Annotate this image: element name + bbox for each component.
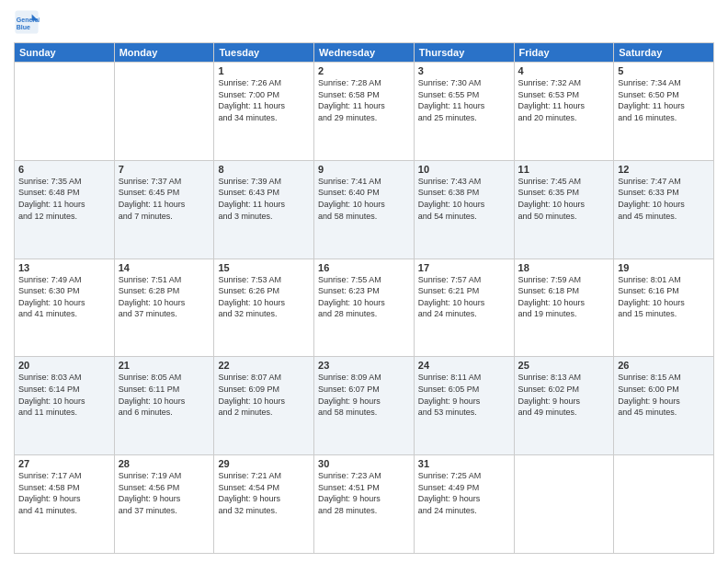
day-info: Sunrise: 7:51 AM Sunset: 6:28 PM Dayligh… bbox=[119, 274, 210, 320]
header-row: SundayMondayTuesdayWednesdayThursdayFrid… bbox=[15, 43, 714, 63]
col-header-saturday: Saturday bbox=[614, 43, 714, 63]
day-number: 22 bbox=[218, 360, 310, 371]
col-header-tuesday: Tuesday bbox=[214, 43, 314, 63]
day-info: Sunrise: 7:55 AM Sunset: 6:23 PM Dayligh… bbox=[318, 274, 410, 320]
day-cell: 28Sunrise: 7:19 AM Sunset: 4:56 PM Dayli… bbox=[114, 455, 214, 554]
day-cell: 20Sunrise: 8:03 AM Sunset: 6:14 PM Dayli… bbox=[15, 357, 115, 455]
day-number: 27 bbox=[18, 458, 110, 469]
day-number: 4 bbox=[518, 65, 610, 76]
day-cell: 16Sunrise: 7:55 AM Sunset: 6:23 PM Dayli… bbox=[314, 259, 415, 357]
day-cell: 23Sunrise: 8:09 AM Sunset: 6:07 PM Dayli… bbox=[314, 357, 415, 455]
day-number: 5 bbox=[618, 65, 710, 76]
day-cell bbox=[15, 63, 115, 161]
day-info: Sunrise: 8:11 AM Sunset: 6:05 PM Dayligh… bbox=[418, 372, 510, 418]
day-cell: 14Sunrise: 7:51 AM Sunset: 6:28 PM Dayli… bbox=[114, 259, 214, 357]
day-number: 19 bbox=[618, 262, 710, 273]
day-cell: 4Sunrise: 7:32 AM Sunset: 6:53 PM Daylig… bbox=[514, 63, 614, 161]
day-info: Sunrise: 7:19 AM Sunset: 4:56 PM Dayligh… bbox=[119, 470, 210, 516]
col-header-friday: Friday bbox=[514, 43, 614, 63]
day-info: Sunrise: 7:39 AM Sunset: 6:43 PM Dayligh… bbox=[218, 176, 310, 222]
day-number: 15 bbox=[218, 262, 310, 273]
day-number: 26 bbox=[618, 360, 710, 371]
day-number: 31 bbox=[418, 458, 510, 469]
day-info: Sunrise: 7:59 AM Sunset: 6:18 PM Dayligh… bbox=[518, 274, 610, 320]
day-cell: 24Sunrise: 8:11 AM Sunset: 6:05 PM Dayli… bbox=[414, 357, 514, 455]
day-cell: 15Sunrise: 7:53 AM Sunset: 6:26 PM Dayli… bbox=[214, 259, 314, 357]
day-number: 28 bbox=[119, 458, 210, 469]
svg-text:Blue: Blue bbox=[17, 24, 30, 30]
day-info: Sunrise: 8:03 AM Sunset: 6:14 PM Dayligh… bbox=[18, 372, 110, 418]
day-number: 14 bbox=[119, 262, 210, 273]
day-number: 8 bbox=[218, 164, 310, 175]
day-number: 24 bbox=[418, 360, 510, 371]
day-info: Sunrise: 7:49 AM Sunset: 6:30 PM Dayligh… bbox=[18, 274, 110, 320]
day-number: 2 bbox=[318, 65, 410, 76]
day-cell: 3Sunrise: 7:30 AM Sunset: 6:55 PM Daylig… bbox=[414, 63, 514, 161]
day-cell bbox=[114, 63, 214, 161]
day-number: 29 bbox=[218, 458, 310, 469]
day-cell: 5Sunrise: 7:34 AM Sunset: 6:50 PM Daylig… bbox=[614, 63, 714, 161]
day-number: 3 bbox=[418, 65, 510, 76]
day-info: Sunrise: 7:21 AM Sunset: 4:54 PM Dayligh… bbox=[218, 470, 310, 516]
day-cell: 25Sunrise: 8:13 AM Sunset: 6:02 PM Dayli… bbox=[514, 357, 614, 455]
day-number: 20 bbox=[18, 360, 110, 371]
day-info: Sunrise: 7:25 AM Sunset: 4:49 PM Dayligh… bbox=[418, 470, 510, 516]
day-number: 25 bbox=[518, 360, 610, 371]
col-header-wednesday: Wednesday bbox=[314, 43, 415, 63]
day-info: Sunrise: 8:07 AM Sunset: 6:09 PM Dayligh… bbox=[218, 372, 310, 418]
day-info: Sunrise: 7:26 AM Sunset: 7:00 PM Dayligh… bbox=[218, 77, 310, 123]
day-info: Sunrise: 7:34 AM Sunset: 6:50 PM Dayligh… bbox=[618, 77, 710, 123]
day-number: 12 bbox=[618, 164, 710, 175]
day-info: Sunrise: 7:45 AM Sunset: 6:35 PM Dayligh… bbox=[518, 176, 610, 222]
day-info: Sunrise: 8:01 AM Sunset: 6:16 PM Dayligh… bbox=[618, 274, 710, 320]
day-number: 23 bbox=[318, 360, 410, 371]
day-cell: 31Sunrise: 7:25 AM Sunset: 4:49 PM Dayli… bbox=[414, 455, 514, 554]
day-info: Sunrise: 7:43 AM Sunset: 6:38 PM Dayligh… bbox=[418, 176, 510, 222]
day-cell: 11Sunrise: 7:45 AM Sunset: 6:35 PM Dayli… bbox=[514, 160, 614, 259]
day-number: 9 bbox=[318, 164, 410, 175]
day-info: Sunrise: 7:37 AM Sunset: 6:45 PM Dayligh… bbox=[119, 176, 210, 222]
day-cell: 13Sunrise: 7:49 AM Sunset: 6:30 PM Dayli… bbox=[15, 259, 115, 357]
day-info: Sunrise: 7:28 AM Sunset: 6:58 PM Dayligh… bbox=[318, 77, 410, 123]
day-cell: 10Sunrise: 7:43 AM Sunset: 6:38 PM Dayli… bbox=[414, 160, 514, 259]
day-cell: 30Sunrise: 7:23 AM Sunset: 4:51 PM Dayli… bbox=[314, 455, 415, 554]
day-number: 30 bbox=[318, 458, 410, 469]
day-cell bbox=[514, 455, 614, 554]
logo-icon: General Blue bbox=[14, 9, 40, 35]
day-number: 16 bbox=[318, 262, 410, 273]
day-info: Sunrise: 7:32 AM Sunset: 6:53 PM Dayligh… bbox=[518, 77, 610, 123]
week-row-4: 20Sunrise: 8:03 AM Sunset: 6:14 PM Dayli… bbox=[15, 357, 714, 455]
day-info: Sunrise: 8:09 AM Sunset: 6:07 PM Dayligh… bbox=[318, 372, 410, 418]
day-cell: 7Sunrise: 7:37 AM Sunset: 6:45 PM Daylig… bbox=[114, 160, 214, 259]
day-number: 10 bbox=[418, 164, 510, 175]
day-number: 6 bbox=[18, 164, 110, 175]
day-cell: 27Sunrise: 7:17 AM Sunset: 4:58 PM Dayli… bbox=[15, 455, 115, 554]
week-row-1: 1Sunrise: 7:26 AM Sunset: 7:00 PM Daylig… bbox=[15, 63, 714, 161]
day-info: Sunrise: 7:17 AM Sunset: 4:58 PM Dayligh… bbox=[18, 470, 110, 516]
week-row-2: 6Sunrise: 7:35 AM Sunset: 6:48 PM Daylig… bbox=[15, 160, 714, 259]
week-row-3: 13Sunrise: 7:49 AM Sunset: 6:30 PM Dayli… bbox=[15, 259, 714, 357]
day-info: Sunrise: 7:57 AM Sunset: 6:21 PM Dayligh… bbox=[418, 274, 510, 320]
day-cell: 29Sunrise: 7:21 AM Sunset: 4:54 PM Dayli… bbox=[214, 455, 314, 554]
day-number: 21 bbox=[119, 360, 210, 371]
day-info: Sunrise: 7:53 AM Sunset: 6:26 PM Dayligh… bbox=[218, 274, 310, 320]
col-header-thursday: Thursday bbox=[414, 43, 514, 63]
day-cell: 12Sunrise: 7:47 AM Sunset: 6:33 PM Dayli… bbox=[614, 160, 714, 259]
day-cell: 21Sunrise: 8:05 AM Sunset: 6:11 PM Dayli… bbox=[114, 357, 214, 455]
day-cell: 9Sunrise: 7:41 AM Sunset: 6:40 PM Daylig… bbox=[314, 160, 415, 259]
day-cell: 26Sunrise: 8:15 AM Sunset: 6:00 PM Dayli… bbox=[614, 357, 714, 455]
day-cell: 2Sunrise: 7:28 AM Sunset: 6:58 PM Daylig… bbox=[314, 63, 415, 161]
day-number: 18 bbox=[518, 262, 610, 273]
day-info: Sunrise: 7:41 AM Sunset: 6:40 PM Dayligh… bbox=[318, 176, 410, 222]
calendar-table: SundayMondayTuesdayWednesdayThursdayFrid… bbox=[14, 42, 714, 554]
day-number: 13 bbox=[18, 262, 110, 273]
calendar-page: General Blue SundayMondayTuesdayWednesda… bbox=[0, 0, 728, 563]
day-info: Sunrise: 7:35 AM Sunset: 6:48 PM Dayligh… bbox=[18, 176, 110, 222]
day-number: 7 bbox=[119, 164, 210, 175]
day-cell: 19Sunrise: 8:01 AM Sunset: 6:16 PM Dayli… bbox=[614, 259, 714, 357]
day-number: 17 bbox=[418, 262, 510, 273]
day-cell: 8Sunrise: 7:39 AM Sunset: 6:43 PM Daylig… bbox=[214, 160, 314, 259]
col-header-sunday: Sunday bbox=[15, 43, 115, 63]
week-row-5: 27Sunrise: 7:17 AM Sunset: 4:58 PM Dayli… bbox=[15, 455, 714, 554]
day-cell: 1Sunrise: 7:26 AM Sunset: 7:00 PM Daylig… bbox=[214, 63, 314, 161]
